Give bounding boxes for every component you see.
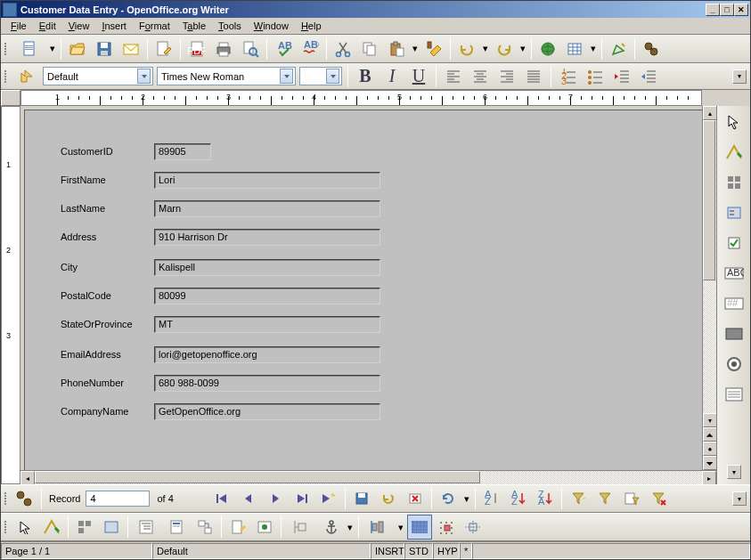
auto-spellcheck-button[interactable]: ABC xyxy=(298,37,322,61)
paragraph-style-combo[interactable]: Default xyxy=(43,67,153,85)
toolbar-grip[interactable] xyxy=(4,488,9,509)
show-draw-button[interactable] xyxy=(606,37,631,61)
dropdown-arrow-icon[interactable] xyxy=(326,69,339,84)
scroll-up-button[interactable]: ▴ xyxy=(703,106,716,120)
vertical-scrollbar[interactable]: ▴ ▾ ⏶ ● ⏷ xyxy=(702,106,716,470)
decrease-indent-button[interactable] xyxy=(610,65,633,88)
vertical-ruler[interactable]: 123 xyxy=(1,106,20,484)
anchor-button[interactable] xyxy=(319,515,344,540)
undo-dropdown[interactable]: ▾ xyxy=(481,43,490,54)
design-mode-button[interactable] xyxy=(722,142,747,163)
guides-moving-button[interactable] xyxy=(461,515,486,540)
control-properties-button[interactable] xyxy=(722,172,747,193)
last-record-button[interactable] xyxy=(290,486,314,511)
new-doc-dropdown[interactable]: ▾ xyxy=(48,43,57,54)
bold-button[interactable]: B xyxy=(354,65,377,88)
sort-asc-button[interactable]: AZ xyxy=(506,486,531,511)
form-filter-button[interactable] xyxy=(619,486,644,511)
prev-page-button[interactable]: ⏶ xyxy=(703,427,716,442)
undo-entry-button[interactable] xyxy=(376,486,401,511)
scroll-left-button[interactable]: ◂ xyxy=(20,471,35,484)
record-number-input[interactable]: 4 xyxy=(86,491,150,507)
redo-button[interactable] xyxy=(492,37,517,61)
menu-tools[interactable]: Tools xyxy=(212,19,248,33)
status-insert[interactable]: INSRT xyxy=(371,543,404,559)
print-preview-button[interactable] xyxy=(238,37,263,61)
italic-button[interactable]: I xyxy=(380,65,404,88)
align-right-button[interactable] xyxy=(495,65,518,88)
nav-target-button[interactable]: ● xyxy=(703,442,716,456)
design-mode-toggle-button[interactable] xyxy=(39,515,64,540)
delete-record-button[interactable] xyxy=(403,486,428,511)
increase-indent-button[interactable] xyxy=(637,65,660,88)
copy-button[interactable] xyxy=(357,37,382,61)
table-dropdown[interactable]: ▾ xyxy=(589,43,598,54)
menu-edit[interactable]: Edit xyxy=(33,19,62,33)
paste-button[interactable] xyxy=(384,37,409,61)
bullets-button[interactable] xyxy=(584,65,607,88)
table-button[interactable] xyxy=(562,37,587,61)
add-field-button[interactable] xyxy=(166,515,191,540)
open-button[interactable] xyxy=(65,37,90,61)
menu-table[interactable]: Table xyxy=(176,19,212,33)
save-button[interactable] xyxy=(92,37,117,61)
text-box-control-button[interactable]: ABC xyxy=(722,263,747,284)
control-properties-button[interactable] xyxy=(72,515,97,540)
menu-file[interactable]: File xyxy=(4,19,33,33)
save-record-button[interactable] xyxy=(349,486,374,511)
align-dropdown[interactable]: ▾ xyxy=(396,522,405,533)
edit-file-button[interactable] xyxy=(151,37,176,61)
new-record-button[interactable] xyxy=(316,486,341,511)
list-box-control-button[interactable] xyxy=(722,384,747,405)
toolbar-grip[interactable] xyxy=(4,38,9,60)
field-input-address[interactable]: 910 Harrison Dr xyxy=(154,229,380,246)
form-properties-button[interactable] xyxy=(99,515,124,540)
menu-help[interactable]: Help xyxy=(295,19,328,33)
toolbar-overflow-button[interactable]: ▾ xyxy=(732,491,747,506)
horizontal-ruler[interactable]: 1234567 xyxy=(20,90,702,106)
status-hyphenation[interactable]: HYP xyxy=(433,543,460,559)
find-replace-button[interactable] xyxy=(639,37,664,61)
next-record-button[interactable] xyxy=(263,486,288,511)
anchor-dropdown[interactable]: ▾ xyxy=(346,522,355,533)
field-input-city[interactable]: Kalispell xyxy=(154,259,380,276)
field-input-emailaddress[interactable]: lori@getopenoffice.org xyxy=(154,346,380,363)
align-button[interactable] xyxy=(363,515,395,540)
sort-desc-button[interactable]: ZA xyxy=(533,486,558,511)
spellcheck-button[interactable]: ABC xyxy=(271,37,296,61)
hyperlink-button[interactable] xyxy=(535,37,560,61)
field-input-stateorprovince[interactable]: MT xyxy=(154,316,380,333)
align-center-button[interactable] xyxy=(469,65,492,88)
sort-button[interactable]: AZ xyxy=(479,486,504,511)
toolbar-grip[interactable] xyxy=(4,516,9,538)
numbering-button[interactable]: 123 xyxy=(557,65,580,88)
styles-button[interactable] xyxy=(14,64,39,89)
autofilter-button[interactable] xyxy=(566,486,591,511)
refresh-button[interactable] xyxy=(436,486,461,511)
form-properties-button[interactable] xyxy=(722,202,747,223)
redo-dropdown[interactable]: ▾ xyxy=(518,43,527,54)
undo-button[interactable] xyxy=(454,37,479,61)
document-page[interactable]: CustomerID89905FirstNameLoriLastNameMarn… xyxy=(24,110,702,470)
toolbar-overflow-button[interactable]: ▾ xyxy=(732,69,747,84)
toolbar-grip[interactable] xyxy=(4,66,9,87)
field-input-companyname[interactable]: GetOpenOffice.org xyxy=(154,403,380,420)
justify-button[interactable] xyxy=(522,65,545,88)
field-input-customerid[interactable]: 89905 xyxy=(154,143,211,160)
toolbar-overflow-button[interactable]: ▾ xyxy=(727,465,741,479)
new-doc-button[interactable] xyxy=(12,37,46,61)
first-record-button[interactable] xyxy=(209,486,234,511)
field-input-postalcode[interactable]: 80099 xyxy=(154,288,380,304)
grid-visible-button[interactable] xyxy=(407,515,432,540)
underline-button[interactable]: U xyxy=(407,65,430,88)
paste-dropdown[interactable]: ▾ xyxy=(411,43,420,54)
select-button[interactable] xyxy=(12,515,37,540)
email-button[interactable] xyxy=(118,37,143,61)
print-button[interactable] xyxy=(211,37,236,61)
menu-view[interactable]: View xyxy=(62,19,96,33)
maximize-button[interactable]: □ xyxy=(720,4,734,16)
field-input-lastname[interactable]: Marn xyxy=(154,200,380,217)
next-page-button[interactable]: ⏷ xyxy=(703,456,716,470)
minimize-button[interactable]: _ xyxy=(706,4,720,16)
find-record-button[interactable] xyxy=(12,486,37,511)
